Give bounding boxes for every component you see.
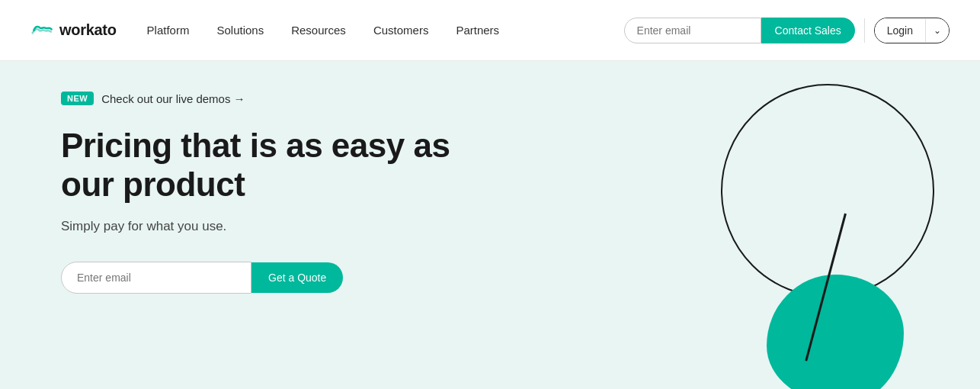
hero-email-input[interactable] <box>61 262 251 294</box>
hero-email-group: Get a Quote <box>61 262 358 294</box>
nav-email-input[interactable] <box>624 18 761 43</box>
chevron-down-icon: ⌄ <box>934 25 941 36</box>
new-badge: NEW <box>61 92 94 105</box>
decorative-circle <box>721 84 934 297</box>
nav-item-customers[interactable]: Customers <box>373 24 429 37</box>
nav-item-resources[interactable]: Resources <box>291 24 346 37</box>
logo-text: workato <box>59 21 117 39</box>
login-group: Login ⌄ <box>874 18 950 43</box>
logo-link[interactable]: workato <box>30 21 117 39</box>
new-badge-text[interactable]: Check out our live demos → <box>101 92 245 105</box>
nav-links: Platform Solutions Resources Customers P… <box>147 24 624 37</box>
hero-section: NEW Check out our live demos → Pricing t… <box>0 61 980 389</box>
nav-item-platform[interactable]: Platform <box>147 24 190 37</box>
navbar: workato Platform Solutions Resources Cus… <box>0 0 980 61</box>
hero-title: Pricing that is as easy as our product <box>61 127 457 204</box>
contact-sales-button[interactable]: Contact Sales <box>761 18 855 43</box>
nav-actions: Contact Sales Login ⌄ <box>624 18 950 43</box>
get-quote-button[interactable]: Get a Quote <box>251 262 343 293</box>
nav-divider <box>864 18 865 43</box>
nav-item-solutions[interactable]: Solutions <box>216 24 264 37</box>
nav-item-partners[interactable]: Partners <box>456 24 499 37</box>
login-dropdown-button[interactable]: ⌄ <box>925 19 949 42</box>
workato-logo-icon <box>30 23 55 38</box>
decorative-blob <box>767 275 904 389</box>
login-button[interactable]: Login <box>875 18 925 43</box>
